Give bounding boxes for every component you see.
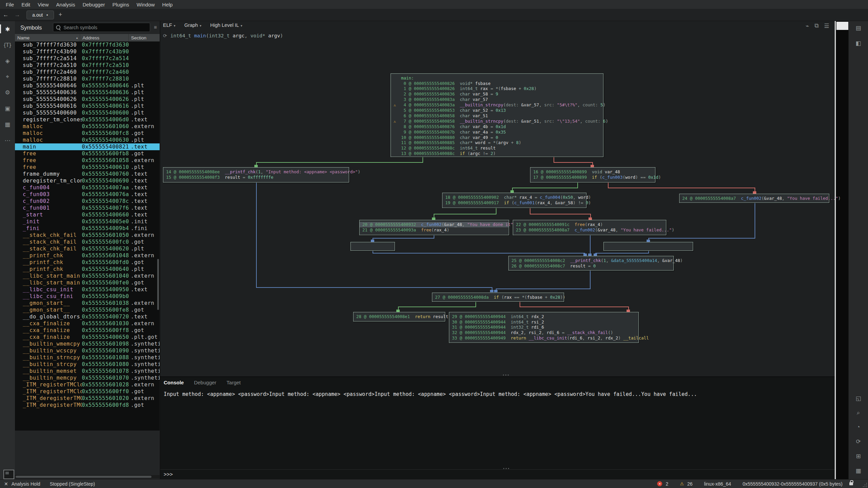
il-line[interactable]: 20 @ 0000555555400932 c_fun002(&var_48, … <box>360 222 509 227</box>
tab-debugger[interactable]: Debugger <box>194 380 216 385</box>
basic-block-done-it[interactable]: 20 @ 0000555555400932 c_fun002(&var_48, … <box>359 220 509 235</box>
basic-block-stack-chk-fail[interactable]: 29 @ 0000555555400944 int64_t rdx_230 @ … <box>449 312 639 343</box>
symbol-row[interactable]: sub_7ffff7c43b90 0x7ffff7c43b90 <box>15 48 160 55</box>
il-line[interactable]: 1 @ 0000555555400826 int64_t rax = *(fsb… <box>394 86 600 91</box>
history-icon[interactable]: ◔ <box>849 424 868 431</box>
il-line[interactable]: 16 @ 0000555555400899 void var_48 <box>533 169 652 175</box>
tab-target[interactable]: Target <box>227 380 241 385</box>
symbol-row[interactable]: sub_555555400600 0x555555400600 .plt <box>15 109 160 116</box>
basic-block-canary-check[interactable]: 27 @ 00005555554008da if (rax == *(fsbas… <box>432 293 564 302</box>
symbol-row[interactable]: __stack_chk_fail 0x555555400620 .plt <box>15 245 160 252</box>
basic-block-cfun001-check[interactable]: 18 @ 0000555555400902 char* rax_4 = c_fu… <box>442 193 586 208</box>
il-line[interactable]: 3 @ 000055555540083a char var_57 <box>394 97 600 102</box>
il-line[interactable]: 29 @ 0000555555400944 int64_t rdx_2 <box>452 314 636 319</box>
il-line[interactable]: 26 @ 00005555554008c7 result = 0 <box>511 263 671 269</box>
back-icon[interactable]: ← <box>0 12 12 18</box>
console-prompt-row[interactable]: >>> <box>160 469 835 479</box>
warning-count[interactable]: 26 <box>687 481 693 487</box>
symbol-search-box[interactable] <box>53 23 150 32</box>
menu-help[interactable]: Help <box>159 2 177 7</box>
symbol-row[interactable]: __libc_csu_fini 0x5555554009b0 <box>15 293 160 300</box>
split-view-icon[interactable]: ⧉ <box>814 22 818 30</box>
types-panel-icon[interactable]: {T} <box>0 42 15 49</box>
il-line[interactable]: 30 @ 0000555555400944 int64_t rsi_2 <box>452 319 636 325</box>
symbol-row[interactable]: __builtin_wcscpy 0x555555601090 .synthet… <box>15 347 160 354</box>
il-level-selector[interactable]: High Level IL▾ <box>210 22 242 28</box>
il-line[interactable]: ⚠ 4 @ 000055555540083a __builtin_strncpy… <box>394 102 600 108</box>
symbol-row[interactable]: __cxa_finalize 0x555555400650 .plt.got <box>15 334 160 341</box>
symbol-row[interactable]: __stack_chk_fail 0x555555600fc0 .got <box>15 239 160 245</box>
basic-block-empty-right[interactable] <box>603 242 693 251</box>
new-tab-button[interactable]: + <box>59 11 62 18</box>
basic-block-failed-free[interactable]: 22 @ 000055555540091c free(rax_4)23 @ 00… <box>513 220 666 235</box>
basic-block-failed-right[interactable]: 24 @ 00005555554008a7 c_fun002(&var_48, … <box>679 194 829 203</box>
il-line[interactable]: 18 @ 0000555555400902 char* rax_4 = c_fu… <box>445 195 583 200</box>
lock-icon[interactable] <box>849 482 853 485</box>
il-line[interactable]: 2 @ 0000555555400836 char var_58 = 9 <box>394 91 600 97</box>
menu-edit[interactable]: Edit <box>18 2 34 7</box>
picture-in-picture-icon[interactable] <box>3 470 14 479</box>
il-line[interactable]: 13 @ 000055555540088c if (argc != 2) <box>394 151 600 156</box>
basic-block-printf-usage[interactable]: 14 @ 00005555554008ee __printf_chk(1, "I… <box>163 167 349 182</box>
symbol-row[interactable]: malloc 0x555555400630 .plt <box>15 137 160 143</box>
mini-graph-icon[interactable]: ◱ <box>849 395 868 402</box>
symbol-row[interactable]: __gmon_start__ 0x555555601038 .extern <box>15 300 160 307</box>
symbol-row[interactable]: _start 0x555555400660 .text <box>15 211 160 218</box>
il-line[interactable]: ⚠ 7 @ 0000555555400858 __builtin_strncpy… <box>394 119 600 124</box>
forward-icon[interactable]: → <box>12 12 23 18</box>
il-line[interactable]: 31 @ 0000555555400944 int32_t rdi_6 <box>452 325 636 330</box>
view-mode-selector[interactable]: Graph▾ <box>184 22 201 28</box>
new-pane-icon[interactable]: ⊞ <box>849 453 868 460</box>
modules-panel-icon[interactable]: ▦ <box>0 121 15 128</box>
il-line[interactable]: 27 @ 00005555554008da if (rax == *(fsbas… <box>435 295 561 300</box>
error-count[interactable]: 2 <box>666 481 668 487</box>
symbol-row[interactable]: sub_7ffff7fd3630 0x7ffff7fd3630 <box>15 41 160 48</box>
column-header-address[interactable]: Address <box>80 34 129 41</box>
menu-window[interactable]: Window <box>133 2 158 7</box>
symbol-row[interactable]: free 0x555555600fb8 .got <box>15 150 160 157</box>
symbol-row[interactable]: sub_555555400616 0x555555400616 .plt <box>15 103 160 109</box>
symbol-row[interactable]: c_fun002 0x55555540078c .text <box>15 198 160 205</box>
menu-debugger[interactable]: Debugger <box>79 2 109 7</box>
symbol-row[interactable]: __cxa_finalize 0x555555601030 .extern <box>15 320 160 327</box>
memory-map-panel-icon[interactable]: ⌖ <box>0 73 15 80</box>
il-line[interactable]: 33 @ 0000555555400949 return __libc_csu_… <box>452 335 636 341</box>
symbols-panel-icon[interactable]: ✱ <box>0 26 15 33</box>
symbol-row[interactable]: _init 0x5555554005e0 .init <box>15 218 160 225</box>
symbol-row[interactable]: _ITM_deregisterTMC… 0x555555600fd8 .got <box>15 402 160 408</box>
tile-panes-icon[interactable]: ▦ <box>849 467 868 474</box>
symbol-row[interactable]: free 0x555555601058 .extern <box>15 157 160 164</box>
symbol-row[interactable]: __libc_csu_init 0x555555400950 .text <box>15 286 160 293</box>
symbol-row[interactable]: sub_555555400646 0x555555400646 .plt <box>15 82 160 89</box>
symbol-row[interactable]: _ITM_deregisterTMC… 0x555555601020 .exte… <box>15 395 160 402</box>
symbol-row[interactable]: __builtin_memset 0x555555601078 .synthet… <box>15 368 160 374</box>
symbol-row[interactable]: __stack_chk_fail 0x555555601050 .extern <box>15 232 160 239</box>
symbols-menu-icon[interactable]: ≡ <box>154 24 157 30</box>
symbol-row[interactable]: __printf_chk 0x555555601048 .extern <box>15 252 160 259</box>
symbol-row[interactable]: __builtin_strcpy 0x555555601080 .synthet… <box>15 361 160 368</box>
view-menu-icon[interactable]: ☰ <box>824 22 829 30</box>
symbol-row[interactable]: sub_7ffff7c2a514 0x7ffff7c2a514 <box>15 55 160 62</box>
il-line[interactable]: 24 @ 00005555554008a7 c_fun002(&var_48, … <box>682 196 826 201</box>
symbol-row[interactable]: sub_7ffff7c2a460 0x7ffff7c2a460 <box>15 69 160 75</box>
find-icon[interactable]: ⌕ <box>849 409 868 416</box>
symbols-horizontal-scrollbar[interactable] <box>16 476 151 478</box>
cross-references-icon[interactable]: ▤ <box>849 24 868 32</box>
menu-analysis[interactable]: Analysis <box>52 2 79 7</box>
tags-panel-icon[interactable]: ◈ <box>0 57 15 65</box>
basic-block-main[interactable]: main: 0 @ 0000555555400826 void* fsbase … <box>391 73 603 157</box>
sync-icon[interactable]: ⌁ <box>806 22 809 30</box>
symbol-row[interactable]: register_tm_clones 0x5555554006d0 .text <box>15 116 160 123</box>
il-line[interactable]: 8 @ 0000555555400876 char var_4b = 0x1d <box>394 124 600 129</box>
symbol-row[interactable]: sub_555555400626 0x555555400626 .plt <box>15 96 160 103</box>
symbol-row[interactable]: _fini 0x5555554009b4 .fini <box>15 225 160 232</box>
symbol-row[interactable]: __builtin_wmemcpy 0x555555601098 .synthe… <box>15 341 160 347</box>
symbol-row[interactable]: __printf_chk 0x555555400640 .plt <box>15 266 160 273</box>
symbol-row[interactable]: frame_dummy 0x555555400760 .text <box>15 171 160 177</box>
basic-block-return[interactable]: 28 @ 00005555554008e1 return result <box>353 312 445 321</box>
components-panel-icon[interactable]: ▣ <box>0 105 15 112</box>
symbol-row[interactable]: malloc 0x555555601060 .extern <box>15 123 160 130</box>
symbol-search-input[interactable] <box>63 24 139 31</box>
il-line[interactable]: 15 @ 00005555554008f3 result = 0xfffffff… <box>166 175 346 180</box>
column-header-section[interactable]: Section <box>129 34 160 41</box>
